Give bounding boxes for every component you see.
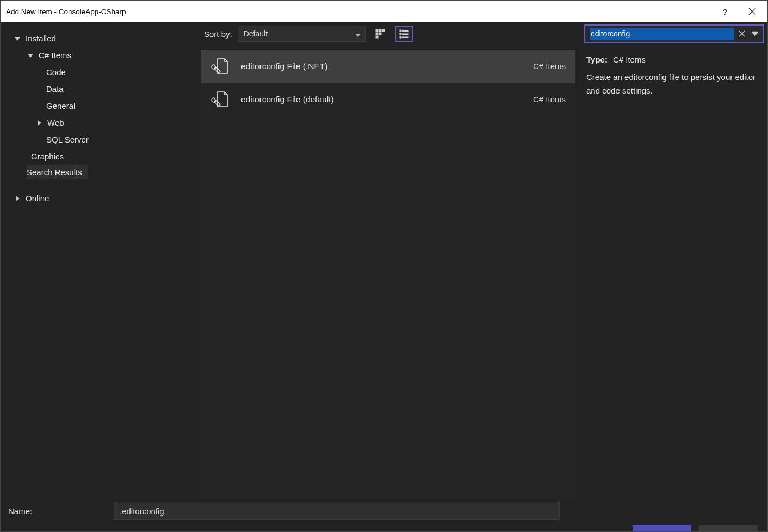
tree-label: SQL Server	[46, 135, 89, 144]
tree-item-graphics[interactable]: Graphics	[5, 148, 201, 165]
search-input[interactable]: editorconfig	[584, 24, 764, 43]
file-wrench-icon	[209, 89, 231, 110]
tree-label: General	[46, 101, 75, 110]
template-category: C# Items	[533, 61, 566, 71]
template-item[interactable]: editorconfig File (.NET) C# Items	[201, 50, 575, 83]
template-item[interactable]: editorconfig File (default) C# Items	[201, 83, 575, 116]
tree-item-search-results[interactable]: Search Results	[27, 165, 88, 179]
svg-rect-4	[379, 33, 381, 35]
tree-item-general[interactable]: General	[5, 97, 201, 114]
template-label: editorconfig File (default)	[241, 95, 533, 104]
tree-label: Search Results	[27, 168, 82, 177]
svg-rect-5	[376, 36, 378, 38]
tree-online[interactable]: Online	[5, 190, 201, 207]
chevron-down-icon	[27, 52, 34, 59]
svg-rect-0	[376, 29, 378, 32]
svg-rect-9	[402, 34, 408, 35]
name-label: Name:	[8, 506, 109, 516]
tree-item-data[interactable]: Data	[5, 81, 201, 97]
sortby-select[interactable]: Default	[238, 26, 366, 42]
chevron-down-icon	[14, 35, 21, 42]
cancel-button[interactable]: Cancel	[699, 525, 758, 532]
chevron-right-icon	[35, 119, 43, 127]
tree-label: Online	[26, 194, 49, 203]
tree-label: Data	[46, 84, 64, 94]
template-list: editorconfig File (.NET) C# Items editor…	[201, 50, 575, 499]
tree-item-sqlserver[interactable]: SQL Server	[5, 131, 201, 148]
svg-rect-10	[400, 36, 401, 38]
tree-item-code[interactable]: Code	[5, 64, 201, 81]
name-input[interactable]	[114, 502, 560, 520]
svg-rect-11	[402, 37, 408, 38]
chevron-down-icon	[355, 31, 361, 36]
svg-rect-8	[400, 33, 401, 35]
chevron-right-icon	[14, 195, 21, 202]
svg-rect-6	[400, 30, 401, 32]
file-wrench-icon	[209, 55, 231, 77]
clear-search-button[interactable]	[737, 29, 747, 39]
info-description: Create an editorconfig file to persist y…	[586, 70, 762, 98]
tree-label: Installed	[26, 34, 56, 43]
help-button[interactable]: ?	[717, 4, 733, 19]
search-value: editorconfig	[590, 28, 734, 40]
svg-rect-7	[402, 30, 408, 32]
info-type-value: C# Items	[613, 53, 646, 67]
svg-rect-2	[382, 29, 385, 32]
tree-label: Web	[47, 118, 64, 127]
template-label: editorconfig File (.NET)	[241, 61, 533, 71]
tree-label: Graphics	[31, 152, 64, 161]
info-panel: Type: C# Items Create an editorconfig fi…	[584, 50, 764, 101]
view-list-button[interactable]	[395, 26, 413, 42]
tree-label: C# Items	[39, 51, 71, 60]
info-type-label: Type:	[586, 53, 608, 67]
search-options-button[interactable]	[750, 29, 760, 39]
svg-rect-1	[379, 29, 381, 32]
template-category: C# Items	[533, 95, 566, 104]
view-grid-button[interactable]	[371, 26, 389, 42]
tree-installed[interactable]: Installed	[5, 30, 201, 47]
sortby-value: Default	[244, 29, 268, 38]
add-button[interactable]: Add	[633, 525, 691, 532]
svg-rect-3	[376, 33, 378, 35]
titlebar: Add New Item - ConsoleApp-CSharp ?	[1, 1, 767, 22]
category-tree: Installed C# Items Code Data General Web…	[1, 22, 201, 499]
close-button[interactable]	[745, 4, 760, 19]
window-title: Add New Item - ConsoleApp-CSharp	[6, 8, 126, 16]
tree-csharp-items[interactable]: C# Items	[5, 47, 201, 64]
tree-item-web[interactable]: Web	[5, 114, 201, 131]
tree-label: Code	[46, 67, 66, 77]
sortby-label: Sort by:	[204, 29, 232, 39]
